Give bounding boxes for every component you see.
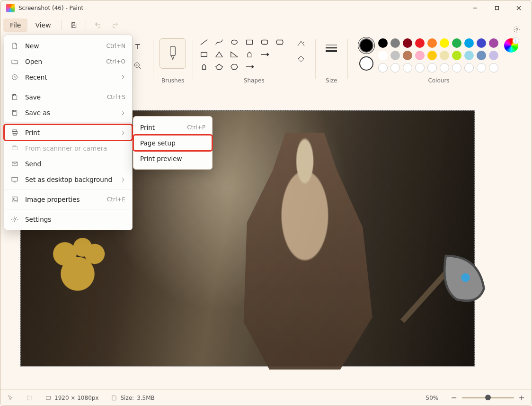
- zoom-in-button[interactable]: +: [519, 393, 525, 402]
- color-swatch-empty[interactable]: [477, 63, 486, 72]
- file-desktop-bg[interactable]: Set as desktop background: [4, 171, 132, 187]
- svg-rect-4: [72, 23, 75, 24]
- chevron-right-icon: [121, 129, 125, 136]
- submenu-page-setup[interactable]: Page setup: [133, 135, 212, 151]
- color-swatch-empty[interactable]: [378, 63, 388, 72]
- color-swatch[interactable]: [378, 51, 388, 60]
- zoom-out-button[interactable]: −: [451, 393, 457, 402]
- brushes-dropdown[interactable]: [160, 38, 186, 69]
- color-swatch[interactable]: [464, 51, 474, 60]
- color-swatch[interactable]: [415, 38, 425, 48]
- color-swatch-empty[interactable]: [489, 63, 498, 72]
- color-swatch[interactable]: [477, 38, 486, 48]
- svg-marker-20: [231, 52, 238, 57]
- scanner-icon: [11, 144, 18, 152]
- svg-rect-5: [72, 26, 75, 28]
- print-submenu: Print Ctrl+P Page setup Print preview: [133, 116, 213, 170]
- color-swatch[interactable]: [390, 51, 400, 60]
- zoom-slider[interactable]: [462, 397, 514, 398]
- shapes-gallery[interactable]: [200, 38, 289, 73]
- size-value: 3.5MB: [137, 395, 155, 401]
- colours-label: Colours: [428, 77, 449, 86]
- color-swatch[interactable]: [452, 51, 461, 60]
- svg-rect-45: [12, 197, 18, 202]
- shape-fill-dropdown[interactable]: [293, 52, 309, 62]
- file-print[interactable]: Print: [4, 125, 132, 140]
- save-icon[interactable]: [66, 17, 82, 33]
- shape-outline-dropdown[interactable]: [293, 38, 309, 49]
- chevron-right-icon: [121, 176, 125, 183]
- color-swatch[interactable]: [378, 38, 388, 48]
- color-swatch[interactable]: [440, 51, 449, 60]
- zoom-percent: 50%: [426, 395, 439, 401]
- color-swatch[interactable]: [489, 38, 498, 48]
- file-properties-label: Image properties: [25, 196, 80, 203]
- title-bar: Screenshot (46) - Paint: [0, 0, 532, 16]
- color-swatch-empty[interactable]: [440, 63, 449, 72]
- properties-icon: [11, 196, 18, 203]
- file-open[interactable]: Open Ctrl+O: [4, 54, 132, 69]
- minimize-button[interactable]: [464, 0, 486, 16]
- file-open-label: Open: [25, 58, 42, 65]
- dimensions-text: 1920 × 1080px: [54, 395, 98, 401]
- color-swatch[interactable]: [415, 51, 425, 60]
- color-swatch-empty[interactable]: [403, 63, 412, 72]
- color-swatch[interactable]: [427, 51, 437, 60]
- file-new-label: New: [25, 42, 39, 50]
- file-new-shortcut: Ctrl+N: [106, 43, 125, 49]
- color-swatch-empty[interactable]: [390, 63, 400, 72]
- svg-rect-49: [46, 396, 50, 399]
- file-send[interactable]: Send: [4, 156, 132, 171]
- svg-rect-37: [13, 130, 17, 131]
- file-open-shortcut: Ctrl+O: [106, 58, 125, 65]
- file-new[interactable]: New Ctrl+N: [4, 38, 132, 54]
- selection-indicator-icon: [26, 395, 33, 401]
- open-folder-icon: [11, 58, 18, 65]
- svg-point-6: [516, 28, 518, 30]
- file-print-label: Print: [25, 129, 40, 136]
- maximize-button[interactable]: [486, 0, 508, 16]
- redo-icon[interactable]: [107, 17, 123, 33]
- color-swatch-empty[interactable]: [415, 63, 425, 72]
- color-swatch[interactable]: [427, 38, 437, 48]
- file-settings[interactable]: Settings: [4, 211, 132, 227]
- undo-icon[interactable]: [90, 17, 106, 33]
- color-swatch[interactable]: [477, 51, 486, 60]
- file-settings-label: Settings: [25, 216, 51, 223]
- color-swatch[interactable]: [403, 51, 412, 60]
- svg-point-14: [231, 40, 237, 45]
- submenu-print[interactable]: Print Ctrl+P: [133, 119, 212, 135]
- file-properties[interactable]: Image properties Ctrl+E: [4, 191, 132, 207]
- paint-app-icon: [6, 4, 15, 12]
- color-swatch[interactable]: [489, 51, 498, 60]
- close-button[interactable]: [508, 0, 530, 16]
- color-swatch-empty[interactable]: [452, 63, 461, 72]
- file-scanner-label: From scannner or camera: [25, 144, 107, 152]
- submenu-print-preview[interactable]: Print preview: [133, 151, 212, 166]
- file-recent[interactable]: Recent: [4, 69, 132, 85]
- color-swatch-empty[interactable]: [427, 63, 437, 72]
- svg-rect-18: [201, 53, 207, 57]
- menu-file[interactable]: File: [3, 18, 27, 32]
- color-palette[interactable]: [378, 38, 499, 73]
- color-swatch[interactable]: [440, 38, 449, 48]
- primary-color[interactable]: [359, 38, 373, 53]
- color-swatch[interactable]: [403, 38, 412, 48]
- status-bar: 1920 × 1080px Size: 3.5MB 50% − +: [0, 389, 532, 406]
- menu-view[interactable]: View: [28, 18, 57, 32]
- group-shapes: Shapes: [195, 36, 313, 88]
- svg-rect-48: [27, 396, 31, 399]
- file-save[interactable]: Save Ctrl+S: [4, 89, 132, 105]
- svg-rect-35: [13, 94, 16, 96]
- submenu-print-label: Print: [140, 124, 155, 131]
- secondary-color[interactable]: [359, 56, 373, 71]
- edit-colors-button[interactable]: [504, 38, 518, 53]
- group-brushes: Brushes: [155, 36, 191, 88]
- color-swatch[interactable]: [390, 38, 400, 48]
- color-swatch[interactable]: [452, 38, 461, 48]
- file-save-shortcut: Ctrl+S: [107, 94, 125, 100]
- file-save-as[interactable]: Save as: [4, 105, 132, 120]
- color-swatch-empty[interactable]: [464, 63, 474, 72]
- size-dropdown[interactable]: [322, 38, 341, 57]
- color-swatch[interactable]: [464, 38, 474, 48]
